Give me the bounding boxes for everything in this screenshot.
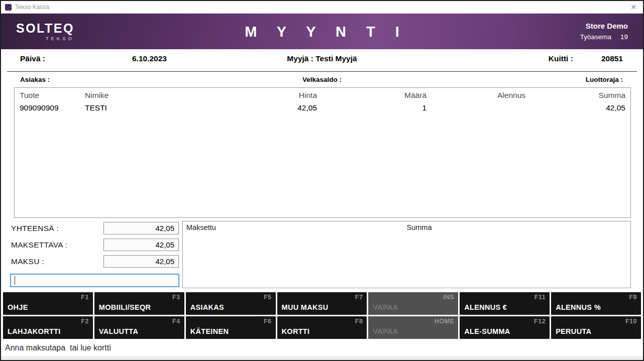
function-button-lahjakortti-f2[interactable]: F2LAHJAKORTTI xyxy=(3,316,93,339)
function-button-ale-summa-f12[interactable]: F12ALE-SUMMA xyxy=(460,316,550,339)
seller-text: Myyjä : Testi Myyjä xyxy=(287,54,357,63)
date-value: 6.10.2023 xyxy=(132,54,167,63)
item-cell: 1 xyxy=(317,103,426,112)
item-row[interactable]: 909090909TESTI42,05142,05 xyxy=(15,103,630,112)
customer-row: Asiakas : Velkasaldo : Luottoraja : xyxy=(1,76,643,86)
items-table-body: 909090909TESTI42,05142,05 xyxy=(15,103,630,112)
payments-list: Maksettu Summa xyxy=(182,221,631,288)
function-button-asiakas-f5[interactable]: F5ASIAKAS xyxy=(186,292,276,315)
col-header-tuote: Tuote xyxy=(20,91,85,100)
payment-input[interactable] xyxy=(10,274,179,287)
function-button-label: VALUUTTA xyxy=(99,327,138,335)
col-header-nimike: Nimike xyxy=(85,91,205,100)
payable-label: MAKSETTAVA : xyxy=(11,240,67,250)
function-button-label: ALE-SUMMA xyxy=(464,327,510,335)
col-header-alennus: Alennus xyxy=(426,91,525,100)
logo-subtext: TEKSO xyxy=(16,36,74,41)
function-button-alennus-f9[interactable]: F9ALENNUS % xyxy=(551,292,641,315)
function-button-row-2: F2LAHJAKORTTIF4VALUUTTAF6KÄTEINENF8KORTT… xyxy=(3,316,641,339)
function-key-label: F1 xyxy=(81,294,89,301)
col-header-maara: Määrä xyxy=(317,91,426,100)
function-button-alennus-f11[interactable]: F11ALENNUS € xyxy=(460,292,550,315)
item-cell: TESTI xyxy=(85,103,205,112)
function-button-label: OHJE xyxy=(8,303,28,311)
function-button-mobiili-seqr-f3[interactable]: F3MOBIILI/SEQR xyxy=(94,292,184,315)
bottom-strip xyxy=(1,356,643,360)
items-table-header: Tuote Nimike Hinta Määrä Alennus Summa xyxy=(15,91,630,100)
store-name: Store Demo xyxy=(580,21,628,32)
app-header: SOLTEQ TEKSO M Y Y N T I Store Demo Työa… xyxy=(1,14,643,49)
text-caret xyxy=(15,276,15,285)
app-icon xyxy=(5,4,12,11)
function-button-label: MOBIILI/SEQR xyxy=(99,303,151,311)
items-table: Tuote Nimike Hinta Määrä Alennus Summa 9… xyxy=(14,87,631,218)
function-button-peruuta-f10[interactable]: F10PERUUTA xyxy=(551,316,641,339)
item-cell: 42,05 xyxy=(525,103,625,112)
function-key-label: F6 xyxy=(264,318,272,325)
function-key-label: F11 xyxy=(534,294,546,301)
function-button-row-1: F1OHJEF3MOBIILI/SEQRF5ASIAKASF7MUU MAKSU… xyxy=(3,292,641,315)
sum-column-header: Summa xyxy=(407,223,432,231)
function-button-label: ASIAKAS xyxy=(190,303,224,311)
receipt-number: 20851 xyxy=(601,54,623,63)
col-header-summa: Summa xyxy=(525,91,625,100)
payment-label: MAKSU : xyxy=(11,257,44,266)
function-button-area: F1OHJEF3MOBIILI/SEQRF5ASIAKASF7MUU MAKSU… xyxy=(3,292,641,340)
function-key-label: HOME xyxy=(435,318,455,325)
receipt-group: Kuitti : 20851 xyxy=(549,54,623,63)
workstation-info: Työasema19 xyxy=(580,32,628,42)
window-title: Tekso Kassa xyxy=(15,4,49,11)
function-button-käteinen-f6[interactable]: F6KÄTEINEN xyxy=(186,316,276,339)
function-button-kortti-f8[interactable]: F8KORTTI xyxy=(277,316,367,339)
store-info: Store Demo Työasema19 xyxy=(580,21,628,42)
function-key-label: F2 xyxy=(81,318,89,325)
function-button-label: VAPAA xyxy=(373,303,398,311)
function-key-label: F7 xyxy=(355,294,363,301)
logo-text: SOLTEQ xyxy=(16,21,74,35)
payment-value-field: 42,05 xyxy=(103,255,179,268)
app-window: Tekso Kassa ✕ SOLTEQ TEKSO M Y Y N T I S… xyxy=(0,0,644,361)
function-button-muu-maksu-f7[interactable]: F7MUU MAKSU xyxy=(277,292,367,315)
function-button-label: ALENNUS % xyxy=(556,303,601,311)
debt-balance-label: Velkasaldo : xyxy=(302,76,342,83)
customer-label: Asiakas : xyxy=(20,76,50,83)
function-button-label: ALENNUS € xyxy=(464,303,507,311)
status-message: Anna maksutapa tai lue kortti xyxy=(5,343,111,352)
header-separator xyxy=(7,71,637,72)
function-key-label: F4 xyxy=(172,318,180,325)
function-key-label: F10 xyxy=(625,318,637,325)
function-key-label: INS xyxy=(443,294,454,301)
page-title: M Y Y N T I xyxy=(237,23,407,40)
function-key-label: F12 xyxy=(534,318,546,325)
close-icon[interactable]: ✕ xyxy=(628,3,639,11)
function-button-vapaa-home: HOMEVAPAA xyxy=(368,316,458,339)
item-cell xyxy=(426,103,525,112)
function-button-label: KÄTEINEN xyxy=(190,327,229,335)
function-button-label: VAPAA xyxy=(373,327,398,335)
workstation-number: 19 xyxy=(620,33,628,41)
function-key-label: F9 xyxy=(629,294,637,301)
workstation-label: Työasema xyxy=(580,33,611,41)
solteq-logo: SOLTEQ TEKSO xyxy=(16,22,74,41)
payable-value-field: 42,05 xyxy=(103,238,179,251)
function-button-valuutta-f4[interactable]: F4VALUUTTA xyxy=(94,316,184,339)
function-button-label: MUU MAKSU xyxy=(282,303,329,311)
function-key-label: F8 xyxy=(355,318,363,325)
receipt-label: Kuitti : xyxy=(549,54,573,63)
credit-limit-label: Luottoraja : xyxy=(586,76,623,83)
item-cell: 42,05 xyxy=(205,103,317,112)
function-key-label: F3 xyxy=(172,294,180,301)
function-button-ohje-f1[interactable]: F1OHJE xyxy=(3,292,93,315)
function-key-label: F5 xyxy=(264,294,272,301)
date-label: Päivä : xyxy=(20,54,45,63)
function-button-vapaa-ins: INSVAPAA xyxy=(368,292,458,315)
function-button-label: KORTTI xyxy=(282,327,310,335)
total-value-field: 42,05 xyxy=(103,222,179,234)
info-row: Päivä : 6.10.2023 Myyjä : Testi Myyjä Ku… xyxy=(1,54,643,67)
item-cell: 909090909 xyxy=(20,103,85,112)
function-button-label: LAHJAKORTTI xyxy=(8,327,61,335)
title-bar[interactable]: Tekso Kassa ✕ xyxy=(1,1,643,14)
function-button-label: PERUUTA xyxy=(556,327,591,335)
total-label: YHTEENSÄ : xyxy=(11,224,59,233)
col-header-hinta: Hinta xyxy=(205,91,317,100)
